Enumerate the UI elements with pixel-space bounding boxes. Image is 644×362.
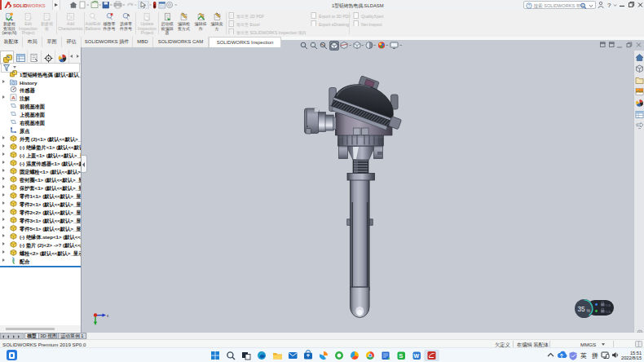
svg-text:?: ? xyxy=(607,2,611,9)
svg-text:N/A: N/A xyxy=(606,310,611,314)
svg-text:SOLID: SOLID xyxy=(13,3,28,8)
svg-text:W: W xyxy=(414,353,420,359)
svg-text:A: A xyxy=(11,95,15,100)
svg-text:N/A: N/A xyxy=(606,303,611,307)
svg-text:x: x xyxy=(107,314,109,318)
svg-text:WORKS: WORKS xyxy=(28,3,46,8)
svg-text:a: a xyxy=(70,15,73,20)
svg-text:拼: 拼 xyxy=(591,352,598,360)
svg-text:35: 35 xyxy=(578,306,586,313)
svg-text:S: S xyxy=(399,352,403,360)
svg-text:%: % xyxy=(587,308,591,313)
svg-text:搜索 SOLIDWORKS 帮助: 搜索 SOLIDWORKS 帮助 xyxy=(534,3,586,9)
svg-text:英: 英 xyxy=(580,352,587,360)
svg-text:?: ? xyxy=(528,3,531,8)
